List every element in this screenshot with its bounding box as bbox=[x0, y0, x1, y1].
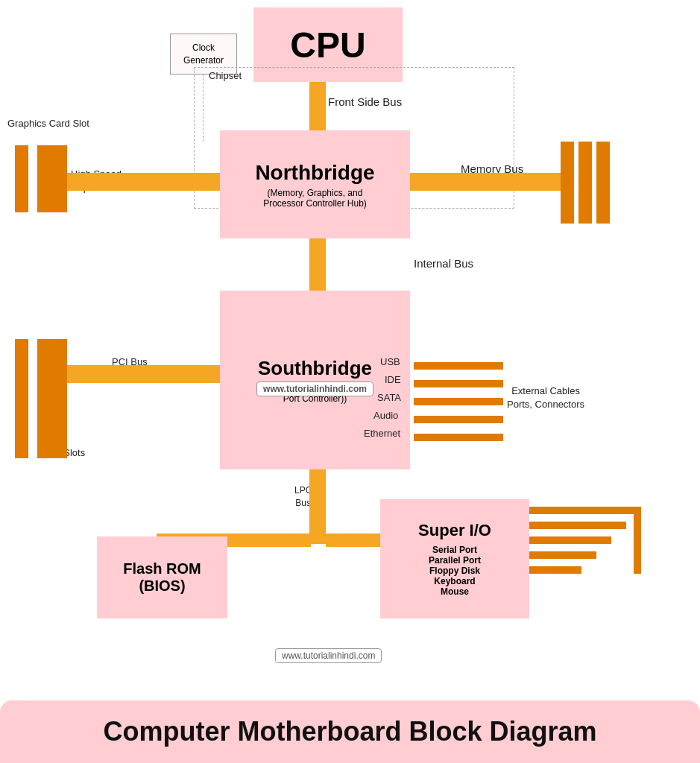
southbridge-box: Southbridge (I/O Control, ExternalPort C… bbox=[220, 291, 410, 469]
cpu-box: CPU bbox=[253, 7, 403, 82]
title-text: Computer Motherboard Block Diagram bbox=[103, 716, 596, 747]
watermark-bottom: www.tutorialinhindi.com bbox=[275, 648, 382, 663]
audio-label: Audio bbox=[373, 410, 398, 421]
clock-line bbox=[203, 75, 204, 142]
graphics-bus-line bbox=[56, 173, 220, 191]
superio-port-4: Keyboard bbox=[434, 576, 475, 586]
superio-port-1: Serial Port bbox=[432, 545, 477, 555]
flashrom-box: Flash ROM(BIOS) bbox=[97, 536, 227, 618]
usb-line bbox=[414, 362, 503, 370]
north-south-bus bbox=[309, 238, 326, 291]
cpu-north-bus bbox=[309, 82, 326, 130]
superio-title: Super I/O bbox=[418, 521, 491, 540]
ethernet-line bbox=[414, 434, 503, 441]
watermark-inside: www.tutorialinhindi.com bbox=[256, 382, 373, 396]
superio-port-3: Floppy Disk bbox=[429, 566, 480, 576]
flashrom-label: Flash ROM(BIOS) bbox=[123, 560, 201, 595]
ide-line bbox=[414, 380, 503, 387]
sata-label: SATA bbox=[377, 392, 401, 403]
diagram: CPU ClockGenerator Chipset Front Side Bu… bbox=[0, 0, 700, 700]
external-cables-label: External CablesPorts, Connectors bbox=[507, 384, 584, 411]
chipset-label: Chipset bbox=[209, 70, 242, 81]
cpu-label: CPU bbox=[290, 25, 365, 66]
south-lpc-bus bbox=[309, 469, 326, 544]
front-side-bus-label: Front Side Bus bbox=[328, 95, 402, 108]
title-bar: Computer Motherboard Block Diagram bbox=[0, 700, 700, 763]
pci-bus-line bbox=[56, 365, 220, 383]
northbridge-title: Northbridge bbox=[255, 161, 374, 185]
internal-bus-label: Internal Bus bbox=[414, 257, 473, 270]
ide-label: IDE bbox=[385, 374, 401, 385]
audio-line bbox=[414, 416, 503, 423]
northbridge-box: Northbridge (Memory, Graphics, andProces… bbox=[220, 130, 410, 238]
southbridge-title: Southbridge bbox=[258, 357, 372, 380]
superio-port-2: Parallel Port bbox=[429, 555, 481, 566]
clock-label: ClockGenerator bbox=[183, 42, 224, 67]
memory-bus-line bbox=[410, 173, 563, 191]
northbridge-subtitle: (Memory, Graphics, andProcessor Controll… bbox=[263, 188, 367, 209]
ethernet-label: Ethernet bbox=[364, 428, 400, 439]
sata-line bbox=[414, 398, 503, 405]
graphics-card-slot-label: Graphics Card Slot bbox=[7, 118, 89, 129]
clock-generator-box: ClockGenerator bbox=[170, 34, 237, 75]
usb-label: USB bbox=[380, 356, 400, 367]
superio-box: Super I/O Serial Port Parallel Port Flop… bbox=[380, 499, 529, 618]
superio-port-5: Mouse bbox=[441, 586, 469, 597]
